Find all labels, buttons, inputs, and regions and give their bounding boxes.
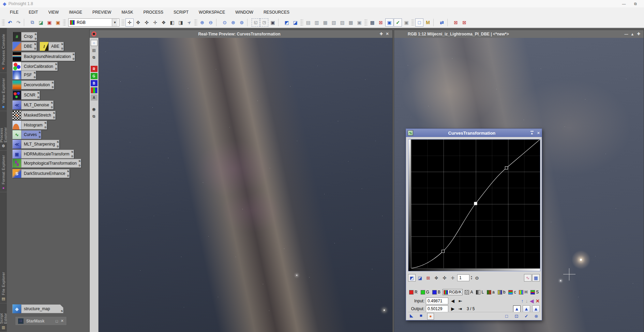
- process-icon[interactable]: ▚ MorphologicalTransformation ND: [12, 159, 81, 168]
- channel-button[interactable]: H: [518, 289, 528, 295]
- starmask-restore-button[interactable]: □: [56, 319, 58, 323]
- stf-icon[interactable]: M: [424, 18, 432, 27]
- view-selector-dropdown[interactable]: RGB ▼: [68, 18, 119, 27]
- channel-button[interactable]: S: [529, 289, 540, 295]
- image-shade-button[interactable]: ▲: [629, 32, 635, 36]
- menu-item[interactable]: PROCESS: [138, 7, 168, 17]
- starmask-close-button[interactable]: ✕: [61, 319, 64, 323]
- curve-point[interactable]: [505, 167, 508, 169]
- structure-map-icon[interactable]: ◆ structure_map N: [12, 304, 63, 313]
- zoom-factor-field[interactable]: 1: [457, 274, 469, 281]
- swap-windows-icon[interactable]: ⇄: [438, 18, 446, 27]
- process-icon[interactable]: DBE ND: [12, 42, 37, 51]
- process-icon[interactable]: ≪ MLT_Denoise ND: [12, 101, 54, 109]
- menu-item[interactable]: WINDOW: [230, 7, 258, 17]
- mask-show-icon[interactable]: ▩: [368, 18, 376, 27]
- pan-mode[interactable]: ✛: [449, 274, 456, 282]
- image-window-alt-icon[interactable]: ▣: [54, 18, 62, 27]
- output-field[interactable]: 0.50129: [426, 305, 448, 312]
- menu-item[interactable]: RESOURCES: [258, 7, 295, 17]
- zoom-contract-icon[interactable]: ✜: [143, 18, 151, 27]
- image-expand-button[interactable]: ✚: [635, 32, 642, 36]
- restore-point-icon[interactable]: ↓: [525, 298, 528, 304]
- zoom-in-icon[interactable]: ⊕: [198, 18, 206, 27]
- image-titlebar[interactable]: RGB 1:12 Mlijecni_iz_Lightrooma_PI_DBE |…: [394, 30, 644, 38]
- sidebar-tab[interactable]: Script Editor ▥: [0, 303, 7, 332]
- curve-point[interactable]: [442, 250, 445, 253]
- last-point-button[interactable]: ⇥: [457, 306, 463, 311]
- mask-invert-icon[interactable]: ▣: [385, 18, 393, 27]
- interp-cubic-button[interactable]: ▲: [523, 305, 530, 312]
- zoom-1-1-icon[interactable]: ⊙: [221, 18, 229, 27]
- zoom-optimal-icon[interactable]: ⊚: [238, 18, 246, 27]
- curve-point-selected[interactable]: [474, 202, 477, 205]
- close-all-icon[interactable]: ⊠: [460, 18, 468, 27]
- process-icon[interactable]: Histogram ND: [12, 121, 47, 130]
- dynamic-ops-icon[interactable]: ❖: [160, 18, 168, 27]
- dialog-shade-button[interactable]: ▲: [530, 131, 534, 135]
- execute-button[interactable]: ✓: [523, 314, 530, 319]
- process-icon[interactable]: PSF ND: [12, 71, 36, 79]
- process-icon[interactable]: / ABE ND: [40, 42, 64, 51]
- process-icon[interactable]: # Crop ND: [12, 32, 37, 41]
- process-icon[interactable]: S DarkStructureEnhance ND: [12, 169, 70, 178]
- select-point-mode[interactable]: ◪: [416, 274, 424, 282]
- channel-button[interactable]: c: [507, 289, 517, 295]
- sidebar-tab[interactable]: Format Explorer ●: [0, 151, 7, 192]
- screen-transfer-icon[interactable]: ◪: [37, 18, 45, 27]
- channel-r-button[interactable]: R: [91, 66, 98, 72]
- menu-item[interactable]: FILE: [5, 7, 24, 17]
- dialog-titlebar[interactable]: ∿ CurvesTransformation ▲ ✕: [406, 129, 542, 137]
- process-icon[interactable]: Deconvolution ND: [12, 80, 54, 89]
- process-icon[interactable]: ∿ Curves ND: [12, 130, 41, 139]
- zoom-to-fit-icon[interactable]: ⊛: [229, 18, 237, 27]
- browse-documentation-button[interactable]: □: [503, 314, 510, 319]
- reverse-curve-icon[interactable]: ◀: [530, 298, 534, 304]
- edit-point-mode[interactable]: ◩: [408, 274, 416, 282]
- channel-button[interactable]: R: [408, 289, 419, 295]
- channel-alpha-button[interactable]: A: [91, 94, 98, 101]
- menu-item[interactable]: IMAGE: [64, 7, 87, 17]
- new-instance-button[interactable]: ◣: [408, 313, 415, 320]
- process-icon[interactable]: ▣ HDRMultiscaleTransform ND: [12, 150, 74, 159]
- minimize-button[interactable]: —: [618, 2, 630, 6]
- process-icon[interactable]: SCNR ND: [12, 91, 40, 100]
- preview-image[interactable]: [99, 38, 392, 332]
- mask-copy-icon[interactable]: ▧: [330, 18, 338, 27]
- zoom-expand-icon[interactable]: ✥: [134, 18, 142, 27]
- curve-grid[interactable]: [411, 139, 540, 268]
- interp-linear-button[interactable]: ▲: [532, 305, 540, 312]
- image-window-icon[interactable]: ▣: [45, 18, 54, 27]
- close-window-icon[interactable]: ⊠: [452, 18, 460, 27]
- camera-icon[interactable]: ◉: [91, 106, 98, 112]
- reset-button[interactable]: ⊗: [533, 314, 540, 319]
- process-icon[interactable]: ≪ MLT_Sharpening ND: [12, 140, 59, 149]
- pan-tool-icon[interactable]: ✛: [125, 18, 134, 27]
- zoom-out-icon[interactable]: ⊖: [207, 18, 215, 27]
- channel-button[interactable]: b: [497, 289, 507, 295]
- redo-icon[interactable]: ↷: [14, 18, 23, 27]
- window-iconize-icon[interactable]: ◪: [291, 18, 299, 27]
- store-curve-icon[interactable]: ∿: [524, 274, 531, 282]
- channel-button[interactable]: B: [431, 289, 441, 295]
- preview-titlebar[interactable]: Real-Time Preview: CurvesTransformation …: [90, 30, 392, 38]
- pointer-tool-icon[interactable]: ➤: [183, 17, 195, 28]
- channel-button[interactable]: a: [486, 289, 496, 295]
- mask-zero-icon[interactable]: ▣: [402, 18, 410, 27]
- zoom-in-mode[interactable]: ✥: [433, 274, 440, 282]
- split-left-icon[interactable]: ◧: [168, 18, 176, 27]
- sidebar-tab[interactable]: Process Console ➤: [0, 28, 7, 73]
- image-iconize-button[interactable]: —: [623, 32, 629, 36]
- channel-button[interactable]: L: [475, 289, 485, 295]
- channel-button[interactable]: A: [464, 289, 474, 295]
- process-icon[interactable]: ∿ MaskedStretch ND: [12, 111, 56, 120]
- menu-item[interactable]: EDIT: [24, 7, 43, 17]
- dropdown-arrow-icon[interactable]: ▼: [112, 19, 118, 26]
- realtime-preview-button[interactable]: ●: [427, 313, 434, 320]
- channel-button[interactable]: G: [420, 289, 430, 295]
- starmask-minimized-window[interactable]: ∷ StarMask □ ✕: [15, 316, 67, 326]
- channel-g-button[interactable]: G: [91, 73, 98, 79]
- channel-rgb-button[interactable]: [91, 87, 98, 93]
- mask-new-icon[interactable]: ▤: [304, 18, 312, 27]
- undo-icon[interactable]: ↶: [6, 18, 14, 27]
